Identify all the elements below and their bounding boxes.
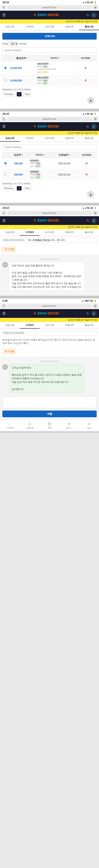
d-row2-radio[interactable]	[4, 173, 7, 176]
tab-customer-2[interactable]: 고객센터	[20, 135, 39, 142]
bottom-nav-write-4[interactable]: ✏ 글쓰기	[60, 421, 79, 430]
browser-share-btn-3[interactable]: ⎋	[93, 211, 97, 215]
nav-tabs-4: 입금신청 고객센터 공지사항 체결내역 출금신청	[0, 322, 99, 329]
hamburger-icon[interactable]: ☰	[2, 13, 5, 17]
tab-customer-4[interactable]: 고객센터	[20, 322, 39, 329]
bottom-nav-list-4[interactable]: ≡ 이용목록	[20, 421, 39, 430]
tab-notice-4[interactable]: 공지사항	[39, 322, 59, 329]
user-icon-btn-3[interactable]: 👤	[91, 218, 97, 223]
tab-history-2[interactable]: 체결내역	[60, 135, 79, 142]
th-id[interactable]: 아이디 ÷	[35, 55, 74, 61]
row1-radio[interactable]	[4, 66, 7, 69]
next-btn-2[interactable]: Next	[23, 186, 32, 190]
browser-back-btn[interactable]: ‹	[2, 5, 6, 10]
bottom-nav-menu-4[interactable]: ☰ 목록	[39, 421, 59, 430]
add-image-btn-4[interactable]: 추가공룡	[2, 349, 16, 354]
hamburger-icon-2[interactable]: ☰	[2, 124, 5, 129]
scroll-up-btn-1[interactable]: ▲	[87, 97, 94, 104]
prev-icon-4: ←	[8, 422, 12, 426]
hamburger-icon-4[interactable]: ☰	[2, 311, 5, 316]
d-row2-delete-btn[interactable]: ✕	[85, 173, 88, 176]
tab-notice-2[interactable]: 공지사항	[39, 135, 59, 142]
next-btn-1[interactable]: Next	[23, 92, 32, 96]
d-row2-id-cell: ■■■■■■ 회원명 ■■■ 상태 완료	[28, 169, 52, 180]
tab-customer-1[interactable]: 고객센터	[20, 24, 39, 30]
chat-area-3: 2025-02-13 16:06:42 M 안녕 하세요 금일 처음 출번호 0…	[0, 254, 99, 296]
tab-deposit-4[interactable]: 입금신청	[0, 322, 20, 329]
time-4: 1:25	[2, 299, 7, 302]
search-input-2[interactable]	[2, 144, 97, 150]
tab-withdrawal-2[interactable]: 출금신청	[79, 135, 99, 142]
browser-share-btn-4[interactable]: ⎋	[93, 304, 97, 308]
show-select-1[interactable]: 10 25 50	[9, 41, 18, 46]
tab-deposit-3[interactable]: 입금신청	[0, 229, 20, 236]
chat-text-input-4[interactable]	[2, 396, 97, 408]
pagination-1: Previous 1 Next	[2, 92, 97, 96]
browser-share-btn-2[interactable]: ⎋	[93, 117, 97, 121]
tab-notice-3[interactable]: 공지사항	[39, 229, 59, 236]
browser-back-btn-3[interactable]: ‹	[2, 211, 6, 215]
row2-delete-btn[interactable]: ✕	[84, 79, 87, 82]
url-bar-4: boom747.com	[7, 304, 92, 308]
tab-deposit-1[interactable]: 입금신청	[0, 24, 20, 30]
row2-id-cell: lakos2015 회원명 ■■■ 상태 완료	[35, 75, 74, 86]
showing-info-2: Showing 1 to 2 of 2 entries	[2, 182, 97, 185]
tab-withdrawal-4[interactable]: 출금신청	[79, 322, 99, 329]
tab-history-4[interactable]: 체결내역	[60, 322, 79, 329]
d-row2-action-cell[interactable]: ✕	[76, 169, 96, 180]
user-icon-btn-4[interactable]: 👤	[91, 311, 97, 316]
scroll-up-btn-2[interactable]: ▲	[87, 191, 94, 198]
d-row1-action-cell[interactable]: ✕	[76, 158, 96, 169]
refresh-icon-2[interactable]: ↻	[87, 125, 89, 128]
browser-share-btn[interactable]: ⎋	[93, 5, 97, 10]
row1-amount-val: 10,000,000	[10, 67, 34, 69]
tab-customer-3[interactable]: 고객센터	[20, 229, 39, 236]
tab-withdrawal-1[interactable]: 출금신청	[79, 24, 99, 30]
tab-deposit-2[interactable]: 입금신청	[0, 135, 20, 142]
browser-bar-2: ‹ boom747.com ⎋	[0, 116, 99, 122]
tab-notice-1[interactable]: 공지사항	[39, 24, 59, 30]
chat-subject-input-4[interactable]	[27, 331, 97, 335]
row1-action-cell[interactable]: ✕	[74, 61, 97, 75]
pagination-2: Previous 1 Next	[2, 186, 97, 190]
th-id-2[interactable]: 아이디 ÷	[28, 152, 52, 158]
chat-subject-input-3[interactable]	[27, 238, 97, 242]
browser-bar-1: ‹ boom747.com ⎋	[0, 5, 99, 11]
add-image-btn-3[interactable]: 추가공룡	[2, 247, 16, 252]
refresh-icon-4[interactable]: ↻	[87, 312, 89, 315]
bottom-nav-prev-4[interactable]: ← 이전목록	[0, 421, 20, 430]
submit-btn-4[interactable]: 제출	[2, 410, 97, 417]
tab-history-3[interactable]: 체결내역	[60, 229, 79, 236]
th-amount-2[interactable]: 입금액 ÷	[8, 152, 29, 158]
user-icon-btn-1[interactable]: 👤	[91, 12, 97, 18]
row1-delete-btn[interactable]: ✕	[84, 66, 87, 70]
prev-btn-2[interactable]: Previous	[2, 186, 15, 190]
browser-back-btn-4[interactable]: ‹	[2, 304, 6, 308]
d-row2-radio-cell	[3, 169, 8, 180]
hamburger-icon-3[interactable]: ☰	[2, 218, 5, 223]
th-amount[interactable]: 출금금액 ÷	[8, 55, 36, 61]
d-row2-date: 2025-02-09	[58, 173, 70, 176]
4g-icon-2: 4G	[90, 113, 93, 115]
bottom-nav-reply-4[interactable]: ↩ 답글	[79, 421, 99, 430]
d-row1-radio[interactable]	[4, 162, 7, 164]
page-2-btn[interactable]: 1	[17, 186, 22, 190]
table-row: 300,000 ■■■■■■ 회원명 ■■■ 상태 완료	[3, 158, 97, 169]
prev-btn-1[interactable]: Previous	[2, 92, 15, 96]
page-1-btn[interactable]: 1	[17, 92, 22, 96]
search-input-1[interactable]	[2, 48, 97, 53]
row2-radio[interactable]	[4, 79, 7, 82]
th-date-2[interactable]: 요청날짜 ÷	[52, 152, 77, 158]
delete-banner-1[interactable]: 선택삭제	[2, 33, 97, 40]
browser-bar-3: ‹ boom747.com ⎋	[0, 210, 99, 216]
d-row2-id-multi: ■■■■■■ 회원명 ■■■ 상태 완료	[30, 170, 50, 179]
row1-amount-multi: 10,000,000	[10, 67, 34, 69]
tab-history-1[interactable]: 체결내역	[60, 24, 79, 30]
tab-withdrawal-3[interactable]: 출금신청	[79, 229, 99, 236]
refresh-icon-3[interactable]: ↻	[87, 219, 89, 223]
refresh-icon-1[interactable]: ↻	[87, 13, 89, 17]
row2-action-cell[interactable]: ✕	[74, 75, 97, 86]
browser-back-btn-2[interactable]: ‹	[2, 117, 6, 121]
user-icon-btn-2[interactable]: 👤	[91, 124, 97, 129]
d-row1-delete-btn[interactable]: ✕	[85, 162, 88, 165]
